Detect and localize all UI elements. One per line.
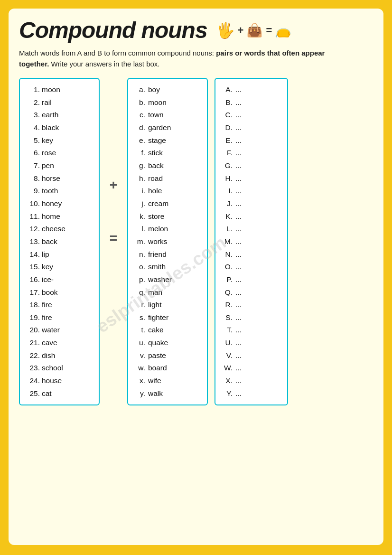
item-number: 23. <box>27 362 40 375</box>
list-item: 5.key <box>27 134 92 147</box>
list-item: 20.water <box>27 324 92 337</box>
hand-icon: 🖐️ <box>216 21 235 39</box>
item-word: works <box>148 237 167 245</box>
list-item: Q.... <box>222 286 280 299</box>
answer-val[interactable]: ... <box>235 147 269 160</box>
answer-val[interactable]: ... <box>235 185 269 198</box>
item-letter: f. <box>135 147 145 160</box>
item-letter: k. <box>135 210 145 223</box>
item-letter: U. <box>222 337 233 349</box>
item-number: 18. <box>27 299 40 311</box>
item-word: stick <box>148 149 163 157</box>
item-word: earth <box>42 111 58 119</box>
item-number: 22. <box>27 349 40 362</box>
answer-val[interactable]: ... <box>235 134 269 147</box>
page-title: Compound nouns <box>19 17 207 43</box>
item-letter: o. <box>135 261 145 273</box>
item-word: paste <box>148 351 166 359</box>
answer-val[interactable]: ... <box>235 299 269 311</box>
list-item: 25.cat <box>27 387 92 400</box>
list-item: p.washer <box>135 273 200 286</box>
item-word: cream <box>148 199 168 207</box>
list-item: s.fighter <box>135 311 200 324</box>
item-letter: a. <box>135 84 145 96</box>
column-b-list: a.boyb.moonc.townd.gardene.stagef.stickg… <box>135 84 200 400</box>
answer-val[interactable]: ... <box>235 84 269 96</box>
answer-val[interactable]: ... <box>235 223 269 235</box>
answer-val[interactable]: ... <box>235 362 269 375</box>
answer-val[interactable]: ... <box>235 198 269 210</box>
answer-val[interactable]: ... <box>235 286 269 299</box>
item-letter: l. <box>135 223 145 235</box>
item-letter: b. <box>135 96 145 109</box>
item-number: 2. <box>27 96 40 109</box>
answer-val[interactable]: ... <box>235 235 269 248</box>
answer-val[interactable]: ... <box>235 387 269 400</box>
list-item: O.... <box>222 261 280 273</box>
list-item: n.friend <box>135 248 200 261</box>
plus-symbol: + <box>110 178 117 193</box>
item-letter: p. <box>135 273 145 286</box>
middle-symbols: + = <box>106 78 121 246</box>
item-letter: c. <box>135 109 145 122</box>
list-item: 18.fire <box>27 299 92 311</box>
item-number: 6. <box>27 147 40 160</box>
answer-val[interactable]: ... <box>235 109 269 122</box>
item-word: dish <box>42 351 55 359</box>
answer-val[interactable]: ... <box>235 375 269 387</box>
item-number: 7. <box>27 160 40 172</box>
item-word: water <box>42 326 60 334</box>
list-item: k.store <box>135 210 200 223</box>
item-letter: t. <box>135 324 145 337</box>
item-word: house <box>42 376 62 385</box>
item-letter: w. <box>135 362 145 375</box>
item-word: cave <box>42 339 57 347</box>
answer-val[interactable]: ... <box>235 172 269 185</box>
list-item: B.... <box>222 96 280 109</box>
list-item: T.... <box>222 324 280 337</box>
list-item: K.... <box>222 210 280 223</box>
item-letter: M. <box>222 235 233 248</box>
item-letter: Y. <box>222 387 233 400</box>
item-word: wife <box>148 376 161 385</box>
answer-val[interactable]: ... <box>235 324 269 337</box>
list-item: J.... <box>222 198 280 210</box>
item-letter: r. <box>135 299 145 311</box>
answer-val[interactable]: ... <box>235 122 269 134</box>
answer-val[interactable]: ... <box>235 96 269 109</box>
list-item: u.quake <box>135 337 200 349</box>
list-item: 16.ice- <box>27 273 92 286</box>
item-letter: h. <box>135 172 145 185</box>
item-word: school <box>42 364 63 372</box>
item-word: rail <box>42 98 52 106</box>
list-item: 12.cheese <box>27 223 92 235</box>
item-letter: K. <box>222 210 233 223</box>
item-letter: n. <box>135 248 145 261</box>
list-item: f.stick <box>135 147 200 160</box>
item-word: home <box>42 212 60 220</box>
list-item: o.smith <box>135 261 200 273</box>
list-item: h.road <box>135 172 200 185</box>
item-word: back <box>148 161 164 169</box>
item-word: walk <box>148 389 163 397</box>
answer-val[interactable]: ... <box>235 248 269 261</box>
list-item: l.melon <box>135 223 200 235</box>
item-word: stage <box>148 136 166 144</box>
item-number: 1. <box>27 84 40 96</box>
answer-val[interactable]: ... <box>235 210 269 223</box>
item-letter: W. <box>222 362 233 375</box>
item-word: hole <box>148 187 162 195</box>
item-letter: Q. <box>222 286 233 299</box>
answer-val[interactable]: ... <box>235 337 269 349</box>
answer-val[interactable]: ... <box>235 273 269 286</box>
item-word: fire <box>42 313 52 321</box>
item-letter: O. <box>222 261 233 273</box>
item-number: 20. <box>27 324 40 337</box>
item-word: black <box>42 123 59 132</box>
answer-val[interactable]: ... <box>235 160 269 172</box>
answer-val[interactable]: ... <box>235 349 269 362</box>
list-item: 21.cave <box>27 337 92 349</box>
answer-val[interactable]: ... <box>235 261 269 273</box>
item-word: honey <box>42 199 62 207</box>
answer-val[interactable]: ... <box>235 311 269 324</box>
